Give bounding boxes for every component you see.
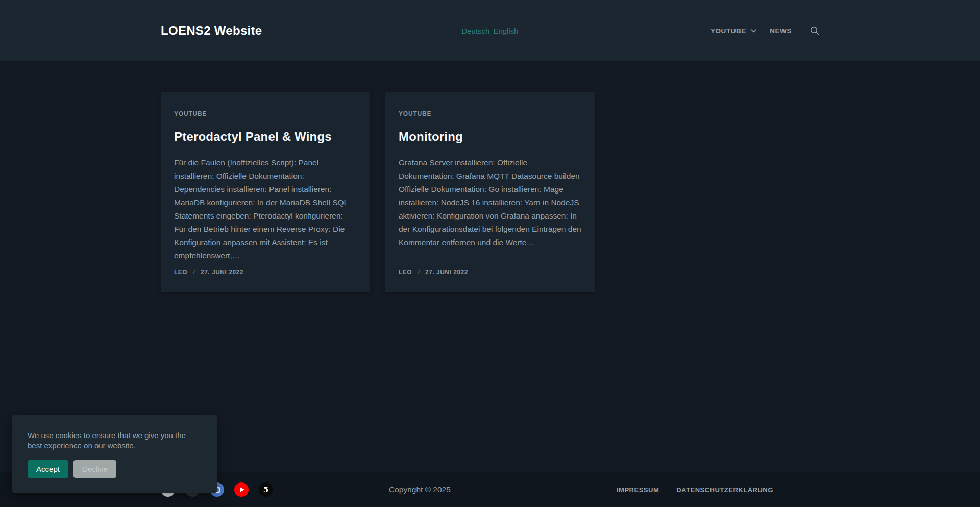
cookie-buttons: Accept Decline (28, 460, 202, 478)
footer-link-impressum[interactable]: IMPRESSUM (617, 486, 659, 494)
post-card-pterodactyl: YOUTUBE Pterodactyl Panel & Wings Für di… (161, 92, 370, 292)
post-author[interactable]: LEO (174, 269, 187, 276)
play-icon (240, 487, 244, 492)
meta-separator: / (418, 269, 420, 276)
post-category[interactable]: YOUTUBE (399, 110, 581, 117)
meta-separator: / (193, 269, 195, 276)
language-link-deutsch[interactable]: Deutsch (461, 27, 489, 35)
accept-button[interactable]: Accept (28, 460, 68, 478)
site-title[interactable]: LOENS2 Website (161, 23, 262, 38)
footer-copyright: Copyright © 2025 (380, 485, 600, 494)
nav-item-youtube-label: YOUTUBE (710, 27, 746, 35)
language-link-english[interactable]: English (493, 27, 518, 35)
cookie-message: We use cookies to ensure that we give yo… (28, 430, 196, 451)
footer-link-datenschutz[interactable]: DATENSCHUTZERKLÄRUNG (676, 486, 773, 494)
site-header: LOENS2 Website Deutsch English YOUTUBE N… (0, 0, 980, 61)
nav-item-news-label: NEWS (770, 27, 792, 35)
main-content: YOUTUBE Pterodactyl Panel & Wings Für di… (0, 61, 980, 292)
post-date: 27. JUNI 2022 (201, 269, 243, 276)
nav-item-news[interactable]: NEWS (770, 27, 792, 35)
search-button[interactable] (810, 26, 819, 35)
chevron-down-icon (751, 29, 756, 33)
language-switcher: Deutsch English (461, 27, 518, 35)
black-circle-glyph: 5 (263, 485, 268, 494)
post-title[interactable]: Monitoring (399, 130, 581, 144)
post-excerpt: Für die Faulen (Inoffizielles Script): P… (174, 156, 357, 262)
main-nav: YOUTUBE NEWS (710, 26, 819, 35)
nav-item-youtube[interactable]: YOUTUBE (710, 27, 756, 35)
social-icon-black-circle[interactable]: 5 (259, 482, 273, 497)
post-card-monitoring: YOUTUBE Monitoring Grafana Server instal… (385, 92, 595, 292)
post-category[interactable]: YOUTUBE (174, 110, 357, 117)
youtube-icon[interactable] (234, 482, 249, 497)
search-icon (810, 26, 819, 35)
post-meta: LEO / 27. JUNI 2022 (174, 269, 357, 276)
post-grid: YOUTUBE Pterodactyl Panel & Wings Für di… (161, 92, 819, 292)
post-excerpt: Grafana Server installieren: Offizielle … (399, 156, 581, 249)
post-title[interactable]: Pterodactyl Panel & Wings (174, 130, 357, 144)
post-meta: LEO / 27. JUNI 2022 (399, 269, 581, 276)
post-date: 27. JUNI 2022 (425, 269, 468, 276)
cookie-banner: We use cookies to ensure that we give yo… (12, 415, 217, 493)
decline-button[interactable]: Decline (74, 460, 116, 478)
footer-menu: IMPRESSUM DATENSCHUTZERKLÄRUNG (600, 486, 819, 494)
post-author[interactable]: LEO (399, 269, 412, 276)
